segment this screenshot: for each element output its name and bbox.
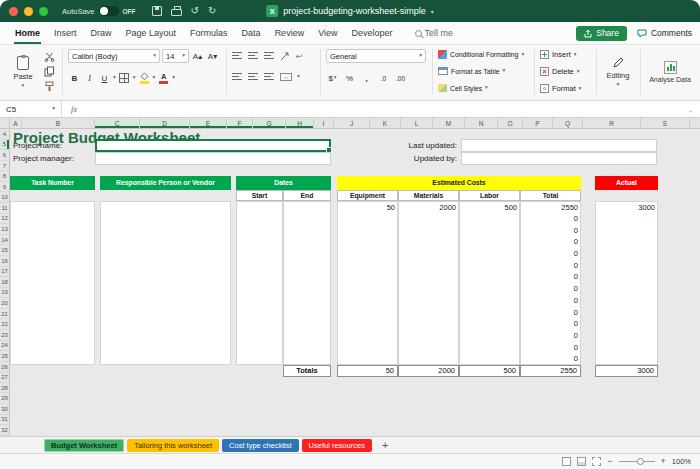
column-header-N[interactable]: N	[465, 118, 498, 128]
row-header-8[interactable]: 8	[0, 171, 9, 182]
body-task-number[interactable]	[10, 201, 95, 365]
column-header-G[interactable]: G	[253, 118, 286, 128]
body-start[interactable]	[236, 201, 283, 365]
row-header-18[interactable]: 18	[0, 277, 9, 288]
column-header-R[interactable]: R	[583, 118, 641, 128]
redo-icon[interactable]: ↻	[208, 6, 216, 16]
select-all-corner[interactable]	[0, 118, 10, 129]
font-name-select[interactable]: Calibri (Body) ▾	[68, 49, 160, 63]
autosave-toggle[interactable]	[99, 6, 119, 16]
shrink-font-button[interactable]: A▾	[206, 49, 219, 63]
sheet-tab-useful-resources[interactable]: Useful resources	[302, 439, 372, 452]
font-size-select[interactable]: 14 ▾	[162, 49, 189, 63]
ribbon-tab-data[interactable]: Data	[235, 22, 268, 44]
copy-icon[interactable]	[44, 66, 55, 77]
page-break-view-icon[interactable]	[592, 457, 601, 466]
formula-input[interactable]	[86, 101, 681, 117]
row-header-9[interactable]: 9	[0, 182, 9, 193]
row-header-10[interactable]: 10	[0, 192, 9, 203]
decrease-decimal-button[interactable]: .00	[394, 71, 407, 85]
conditional-formatting-button[interactable]: Conditional Formatting ▾	[438, 50, 524, 59]
delete-cells-button[interactable]: Delete ▾	[540, 67, 579, 76]
zoom-out-icon[interactable]: −	[607, 457, 612, 466]
subheader-start[interactable]: Start	[236, 190, 283, 201]
ribbon-tab-draw[interactable]: Draw	[84, 22, 119, 44]
ribbon-tab-tell-me[interactable]: Tell me	[408, 22, 461, 44]
row-header-13[interactable]: 13	[0, 224, 9, 235]
column-header-E[interactable]: E	[190, 118, 227, 128]
zoom-level[interactable]: 100%	[672, 457, 691, 466]
row-header-4[interactable]: 4	[0, 129, 9, 140]
body-equipment[interactable]	[337, 201, 398, 365]
column-header-I[interactable]: I	[314, 118, 334, 128]
row-header-22[interactable]: 22	[0, 319, 9, 330]
column-header-Q[interactable]: Q	[553, 118, 583, 128]
zoom-in-icon[interactable]: +	[661, 457, 666, 466]
analyse-data-button[interactable]: Analyse Data	[644, 50, 696, 96]
cell-actual-value[interactable]: 3000	[595, 202, 658, 213]
add-sheet-button[interactable]: +	[382, 440, 388, 451]
cell-total-zero-2[interactable]: 0	[520, 225, 581, 237]
subheader-end[interactable]: End	[283, 190, 331, 201]
align-right-icon[interactable]	[264, 73, 275, 81]
paste-button[interactable]: Paste ▾	[6, 48, 40, 96]
insert-cells-button[interactable]: Insert ▾	[540, 50, 577, 59]
sheet-tab-budget-worksheet[interactable]: Budget Worksheet	[44, 439, 124, 452]
body-actual[interactable]	[595, 201, 658, 365]
project-manager-input[interactable]	[95, 152, 331, 165]
row-header-11[interactable]: 11	[0, 203, 9, 214]
format-as-table-button[interactable]: Format as Table ▾	[438, 67, 505, 75]
column-header-L[interactable]: L	[401, 118, 433, 128]
page-layout-view-icon[interactable]	[577, 457, 586, 466]
cell-total-zero-10[interactable]: 0	[520, 318, 581, 330]
bold-button[interactable]: B	[68, 71, 81, 85]
subheader-materials[interactable]: Materials	[398, 190, 459, 201]
cell-total-zero-5[interactable]: 0	[520, 260, 581, 272]
row-header-26[interactable]: 26	[0, 362, 9, 373]
column-header-M[interactable]: M	[433, 118, 465, 128]
minimize-button[interactable]	[24, 7, 33, 16]
totals-materials[interactable]: 2000	[398, 365, 459, 377]
subheader-labor[interactable]: Labor	[459, 190, 520, 201]
align-bottom-icon[interactable]	[264, 52, 275, 60]
cell-total-zero-13[interactable]: 0	[520, 353, 581, 365]
document-title-group[interactable]: X project-budgeting-worksheet-simple ▾	[266, 0, 434, 22]
ribbon-tab-insert[interactable]: Insert	[47, 22, 84, 44]
updated-by-input[interactable]	[461, 152, 657, 165]
orientation-icon[interactable]	[280, 51, 291, 61]
totals-label[interactable]: Totals	[283, 365, 331, 377]
font-color-button[interactable]: A	[157, 71, 170, 85]
row-header-21[interactable]: 21	[0, 309, 9, 320]
cell-total-zero-7[interactable]: 0	[520, 283, 581, 295]
cell-equipment-value[interactable]: 50	[337, 202, 398, 213]
column-header-S[interactable]: S	[641, 118, 690, 128]
column-header-F[interactable]: F	[227, 118, 253, 128]
accounting-format-button[interactable]: $▾	[326, 71, 339, 85]
cell-total-zero-3[interactable]: 0	[520, 236, 581, 248]
undo-icon[interactable]: ↺	[191, 6, 199, 16]
wrap-text-icon[interactable]: ↩	[296, 52, 303, 61]
row-header-5[interactable]: 5	[0, 140, 9, 151]
normal-view-icon[interactable]	[562, 457, 571, 466]
row-header-6[interactable]: 6	[0, 150, 9, 161]
cell-total-zero-12[interactable]: 0	[520, 342, 581, 354]
name-box[interactable]: C5 ▾	[0, 101, 62, 117]
body-responsible[interactable]	[100, 201, 231, 365]
last-updated-input[interactable]	[461, 139, 657, 152]
align-top-icon[interactable]	[232, 52, 243, 60]
format-painter-icon[interactable]	[44, 81, 55, 92]
ribbon-tab-home[interactable]: Home	[8, 22, 47, 44]
header-responsible[interactable]: Responsible Person or Vendor	[100, 176, 231, 190]
totals-equipment[interactable]: 50	[337, 365, 398, 377]
cell-total-zero-8[interactable]: 0	[520, 295, 581, 307]
row-header-31[interactable]: 31	[0, 415, 9, 426]
cell-total-zero-11[interactable]: 0	[520, 330, 581, 342]
project-name-input[interactable]	[95, 139, 331, 152]
italic-button[interactable]: I	[83, 71, 96, 85]
cut-icon[interactable]	[44, 51, 55, 62]
row-header-15[interactable]: 15	[0, 245, 9, 256]
align-center-icon[interactable]	[248, 73, 259, 81]
subheader-equipment[interactable]: Equipment	[337, 190, 398, 201]
row-header-17[interactable]: 17	[0, 267, 9, 278]
cell-materials-value[interactable]: 2000	[398, 202, 459, 213]
